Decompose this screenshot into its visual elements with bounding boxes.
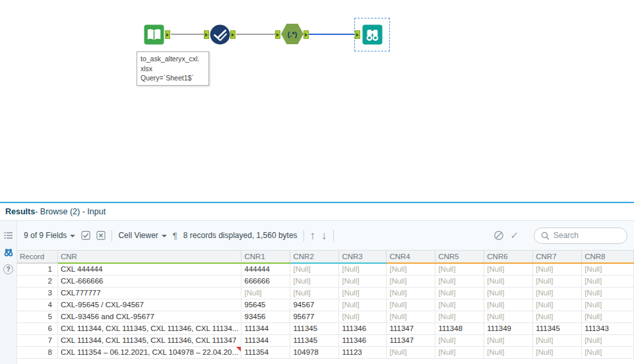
connection-cleansing-to-regex[interactable]: [236, 34, 275, 35]
data-cell[interactable]: [Null]: [435, 275, 484, 287]
data-cell[interactable]: [Null]: [484, 346, 533, 358]
record-cell[interactable]: 4: [17, 299, 57, 311]
data-cell[interactable]: 111348: [435, 322, 484, 334]
data-cell[interactable]: [Null]: [582, 287, 634, 299]
data-cell[interactable]: [Null]: [484, 275, 533, 287]
data-cell[interactable]: 95677: [290, 311, 339, 322]
workflow-canvas[interactable]: (.*) to_ask_alteryx_cxl. xlsx Query=`She…: [0, 0, 634, 202]
data-cell[interactable]: 111345: [290, 334, 339, 346]
data-cell[interactable]: [Null]: [533, 334, 582, 346]
data-cell[interactable]: [Null]: [290, 275, 339, 287]
column-header-cnr4[interactable]: CNR4: [387, 251, 435, 263]
data-cell[interactable]: [Null]: [435, 299, 484, 311]
select-all-fields-icon[interactable]: [81, 231, 90, 240]
data-cell[interactable]: 111354: [241, 346, 290, 358]
data-cell[interactable]: [Null]: [484, 287, 533, 299]
data-cell[interactable]: 95645: [241, 299, 290, 311]
data-cell[interactable]: [Null]: [339, 287, 387, 299]
data-cell[interactable]: [Null]: [533, 299, 582, 311]
data-cell[interactable]: [Null]: [435, 334, 484, 346]
data-cell[interactable]: CXL777777: [57, 287, 241, 299]
data-cell[interactable]: CXL-95645 / CXL-94567: [57, 299, 241, 311]
help-icon[interactable]: ?: [3, 264, 13, 274]
column-header-record[interactable]: Record: [17, 251, 57, 263]
record-cell[interactable]: 8: [17, 346, 57, 358]
data-cell[interactable]: 111343: [582, 322, 634, 334]
data-cell[interactable]: 111349: [484, 322, 533, 334]
search-input[interactable]: [554, 231, 619, 240]
cell-viewer-dropdown[interactable]: Cell Viewer: [118, 231, 166, 240]
cancel-icon[interactable]: [493, 230, 504, 241]
data-cell[interactable]: [Null]: [339, 311, 387, 322]
cleansing-input-anchor[interactable]: [204, 30, 209, 39]
connection-regex-to-browse-selected[interactable]: [309, 34, 355, 35]
data-cell[interactable]: 111344: [241, 334, 290, 346]
data-cell[interactable]: [Null]: [484, 311, 533, 322]
data-cell[interactable]: [Null]: [533, 311, 582, 322]
data-cell[interactable]: [Null]: [387, 311, 435, 322]
data-cell[interactable]: CXL 111344, CXL 111345, CXL 111346, CXL …: [57, 322, 241, 334]
data-cell[interactable]: 111346: [339, 322, 387, 334]
record-cell[interactable]: 1: [17, 263, 57, 275]
data-cell[interactable]: [Null]: [484, 299, 533, 311]
data-cell[interactable]: 111347: [387, 322, 435, 334]
data-cell[interactable]: 104978: [290, 346, 339, 358]
regex-output-anchor[interactable]: [303, 30, 309, 39]
column-header-cnr5[interactable]: CNR5: [435, 251, 484, 263]
record-cell[interactable]: 6: [17, 322, 57, 334]
data-cell[interactable]: 94567: [290, 299, 339, 311]
data-cell[interactable]: [Null]: [339, 263, 387, 275]
column-header-cnr2[interactable]: CNR2: [290, 251, 339, 263]
data-cell[interactable]: [Null]: [241, 287, 290, 299]
data-cell[interactable]: [Null]: [582, 334, 634, 346]
data-cell[interactable]: 444444: [241, 263, 290, 275]
data-cell[interactable]: CXL 444444: [57, 263, 241, 275]
browse-tool[interactable]: [362, 24, 383, 47]
data-cell[interactable]: 111346: [339, 334, 387, 346]
record-cell[interactable]: 5: [17, 311, 57, 322]
data-cell[interactable]: [Null]: [582, 299, 634, 311]
input-data-tool[interactable]: [144, 24, 164, 47]
data-cell[interactable]: 111347: [387, 334, 435, 346]
data-cell[interactable]: CXL 111344, CXL 111345, CXL 111346, CXL …: [57, 334, 241, 346]
data-cell[interactable]: 666666: [241, 275, 290, 287]
scroll-down-icon[interactable]: ↓: [321, 230, 327, 241]
data-cell[interactable]: [Null]: [533, 346, 582, 358]
data-cell[interactable]: [Null]: [435, 311, 484, 322]
data-cell[interactable]: 111344: [241, 322, 290, 334]
column-header-cnr[interactable]: CNR: [57, 251, 241, 263]
data-cell[interactable]: [Null]: [387, 275, 435, 287]
data-cell[interactable]: [Null]: [387, 346, 435, 358]
data-cell[interactable]: [Null]: [484, 334, 533, 346]
record-cell[interactable]: 2: [17, 275, 57, 287]
scroll-up-icon[interactable]: ↑: [310, 230, 316, 241]
data-cell[interactable]: [Null]: [387, 263, 435, 275]
data-cell[interactable]: CXL 111354 – 06.12.2021, CXL 104978 – 22…: [57, 346, 241, 358]
data-cell[interactable]: [Null]: [339, 299, 387, 311]
data-cell[interactable]: CXL-666666: [57, 275, 241, 287]
data-cell[interactable]: [Null]: [339, 275, 387, 287]
browse-input-anchor[interactable]: [355, 30, 360, 39]
cleansing-output-anchor[interactable]: [230, 30, 236, 39]
data-cell[interactable]: [Null]: [435, 287, 484, 299]
data-cell[interactable]: [Null]: [582, 263, 634, 275]
data-cell[interactable]: [Null]: [582, 311, 634, 322]
show-whitespace-icon[interactable]: ¶: [173, 231, 177, 241]
apply-check-icon[interactable]: ✓: [510, 229, 519, 241]
regex-input-anchor[interactable]: [275, 30, 280, 39]
data-cell[interactable]: 111345: [533, 322, 582, 334]
data-cell[interactable]: [Null]: [435, 263, 484, 275]
column-header-cnr6[interactable]: CNR6: [484, 251, 533, 263]
data-cell[interactable]: [Null]: [533, 275, 582, 287]
column-header-cnr7[interactable]: CNR7: [533, 251, 582, 263]
metadata-list-icon[interactable]: [3, 230, 14, 241]
data-cell[interactable]: [Null]: [290, 263, 339, 275]
data-cell[interactable]: CXL-93456 and CXL-95677: [57, 311, 241, 322]
column-header-cnr3[interactable]: CNR3: [339, 251, 387, 263]
data-cell[interactable]: [Null]: [582, 346, 634, 358]
data-cell[interactable]: 11123: [339, 346, 387, 358]
browse-everywhere-binoculars-icon[interactable]: [3, 247, 14, 258]
input-output-anchor[interactable]: [165, 30, 170, 39]
search-box[interactable]: [534, 228, 627, 244]
data-cell[interactable]: [Null]: [533, 263, 582, 275]
